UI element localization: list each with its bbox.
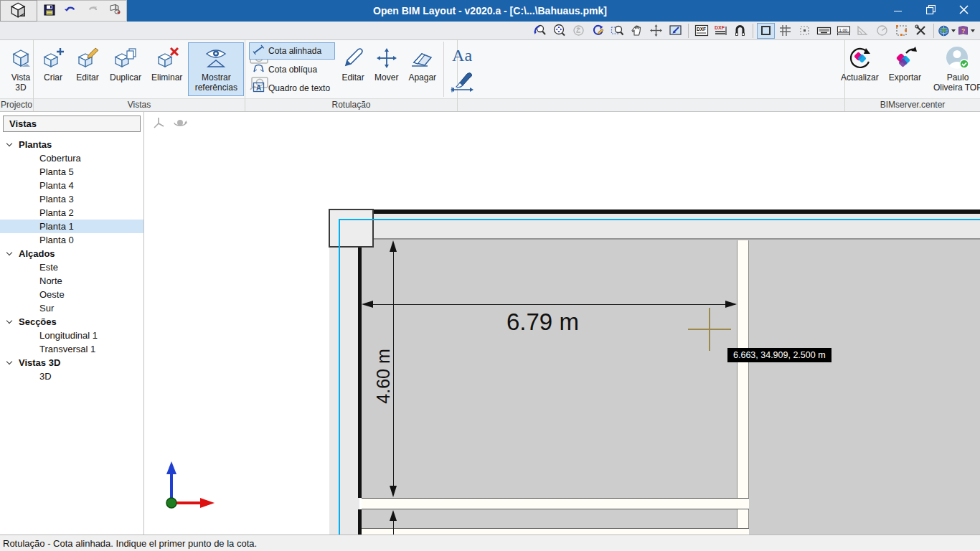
tree-item-sur[interactable]: Sur (0, 301, 143, 315)
tree-item-label: Norte (0, 276, 62, 286)
restore-button[interactable] (914, 0, 947, 22)
app-menu-button[interactable] (0, 0, 37, 22)
dxf-import-icon[interactable]: DXF (692, 23, 710, 39)
redo-button[interactable] (85, 3, 100, 19)
exportar-button[interactable]: Exportar (885, 42, 925, 96)
tree-item-transversal-1[interactable]: Transversal 1 (0, 342, 143, 356)
editar-rotulo-button[interactable]: Editar (337, 42, 369, 96)
redraw-icon[interactable] (589, 23, 607, 39)
print-button[interactable] (106, 3, 122, 19)
move-arrows-icon (375, 45, 398, 71)
tree-section-vistas-3d[interactable]: Vistas 3D (0, 356, 143, 369)
plan-column (329, 209, 374, 248)
editar-vista-button[interactable]: Editar (71, 42, 104, 96)
tree-item-longitudinal-1[interactable]: Longitudinal 1 (0, 329, 143, 342)
dimension-h-label: 6.79 m (507, 309, 579, 336)
undo-button[interactable] (63, 3, 79, 19)
bimserver-sync-icon (847, 45, 872, 71)
dimension-units-icon[interactable]: 1.00 (834, 23, 852, 39)
tree-item-cobertura[interactable]: Cobertura (0, 151, 143, 165)
fit-screen-icon[interactable] (666, 23, 684, 39)
keyboard-icon[interactable] (815, 23, 833, 39)
minimize-button[interactable] (881, 0, 914, 22)
dimension-h-arrow-right (725, 301, 737, 308)
tools-icon[interactable] (912, 23, 930, 39)
tree-item-planta-1[interactable]: Planta 1 (0, 220, 143, 233)
tree-item-norte[interactable]: Norte (0, 274, 143, 288)
tree-item-planta-2[interactable]: Planta 2 (0, 206, 143, 220)
tree-item-label: 3D (0, 371, 52, 382)
textbox-glyph: A (256, 83, 261, 91)
tree-section-alcados[interactable]: Alçados (0, 247, 143, 260)
status-message: Rotulação - Cota alinhada. Indique el pr… (3, 538, 257, 549)
tree-section-plantas[interactable]: Plantas (0, 138, 143, 151)
tree-item-oeste[interactable]: Oeste (0, 288, 143, 301)
ortho-icon[interactable] (757, 23, 775, 39)
eliminar-button[interactable]: Eliminar (147, 42, 187, 96)
tree-item-planta-0[interactable]: Planta 0 (0, 233, 143, 247)
cota-alinhada-label: Cota alinhada (268, 46, 321, 56)
zoom-previous-icon[interactable] (531, 23, 549, 39)
toolbar-separator (933, 24, 934, 38)
criar-button[interactable]: Criar (37, 42, 70, 96)
zoom-2d-icon[interactable] (570, 23, 588, 39)
restore-icon (926, 5, 936, 17)
grid-icon[interactable] (776, 23, 794, 39)
move-view-icon[interactable] (647, 23, 665, 39)
help-icon[interactable]: ? (957, 23, 975, 39)
quadro-de-texto-button[interactable]: A Quadro de texto (249, 80, 335, 97)
axis-indicator (159, 456, 223, 513)
actualizar-button[interactable]: Actualizar (837, 42, 883, 96)
save-button[interactable] (42, 3, 57, 19)
close-button[interactable] (947, 0, 980, 22)
zoom-extents-icon[interactable] (550, 23, 568, 39)
tree-item-planta-3[interactable]: Planta 3 (0, 192, 143, 206)
snap-magnet-icon[interactable] (731, 23, 749, 39)
mostrar-referencias-button[interactable]: Mostrar referências (188, 42, 244, 96)
tree-item-planta-5[interactable]: Planta 5 (0, 165, 143, 179)
eye-references-icon (201, 45, 231, 71)
window-title: Open BIM Layout - v2020.a - [C:\...\Bahu… (0, 0, 980, 22)
minimize-icon (894, 11, 902, 11)
plan-top-band (329, 212, 980, 239)
globe-icon[interactable] (938, 23, 956, 39)
apagar-button[interactable]: Apagar (404, 42, 440, 96)
redo-icon (86, 4, 99, 19)
tree-item-label: Cobertura (0, 153, 81, 164)
user-account-button[interactable]: Paulo Oliveira TOP (927, 42, 980, 96)
plan-wall-horizontal-bottom (362, 528, 749, 534)
ribbon-group-bimserver: Actualizar Exportar (845, 40, 980, 111)
grid-snap-icon[interactable] (796, 23, 814, 39)
protractor-icon[interactable] (854, 23, 872, 39)
ribbon-group-rotulacao: Cota alinhada Cota oblíqua (245, 40, 458, 111)
ribbon-group-projecto: Vista 3D Projecto (0, 40, 34, 111)
tree-item-este[interactable]: Este (0, 260, 143, 274)
actualizar-label: Actualizar (841, 72, 879, 83)
chevron-down-icon (0, 362, 19, 364)
dwg-glyph: DXF (715, 25, 725, 30)
ribbon-empty-area (458, 40, 845, 111)
arc-icon[interactable] (873, 23, 891, 39)
tree-section-seccoes[interactable]: Secções (0, 315, 143, 329)
pan-icon[interactable] (628, 23, 646, 39)
zoom-window-icon[interactable] (608, 23, 626, 39)
help-dropdown-caret (971, 29, 975, 32)
quadro-de-texto-icon: A (253, 82, 265, 95)
duplicar-button[interactable]: Duplicar (105, 42, 146, 96)
drawing-canvas[interactable]: 6.79 m 4.60 m 6.663, 34.909, 2.500 m (144, 133, 980, 534)
object-snap-icon[interactable] (892, 23, 910, 39)
pencil-icon (341, 45, 364, 71)
axes-icon[interactable] (150, 115, 167, 131)
cota-obliqua-button[interactable]: Cota oblíqua (249, 61, 335, 78)
tree-item-label: Sur (0, 303, 54, 314)
vista-3d-label: Vista 3D (7, 72, 34, 93)
mover-button[interactable]: Mover (370, 42, 402, 96)
views-panel: Vistas Plantas Cobertura Planta 5 Planta… (0, 112, 144, 534)
cota-alinhada-button[interactable]: Cota alinhada (249, 42, 335, 60)
tree-item-3d[interactable]: 3D (0, 369, 143, 383)
toolbar-separator (688, 24, 689, 38)
tree-item-planta-4[interactable]: Planta 4 (0, 179, 143, 192)
orbit-icon[interactable] (171, 115, 189, 131)
dxf-layers-icon[interactable]: DXF (712, 23, 730, 39)
tree-item-label: Planta 0 (0, 235, 74, 245)
